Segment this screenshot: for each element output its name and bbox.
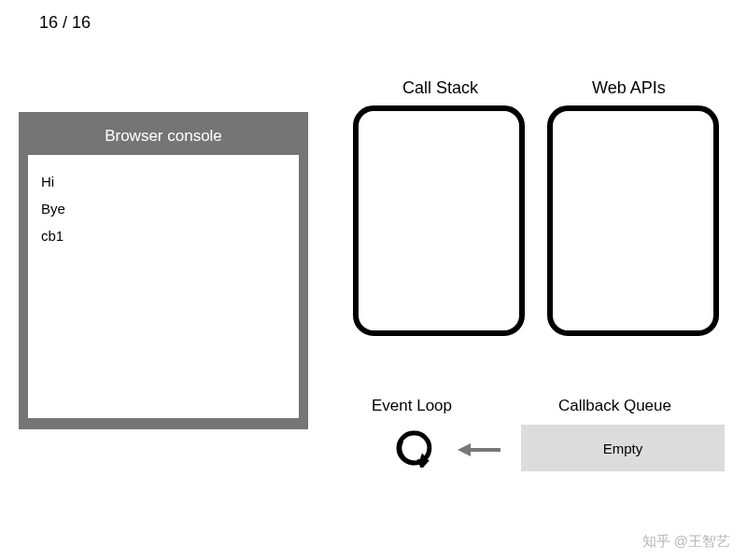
frame-total: 16 [72, 13, 91, 32]
console-line: Hi [41, 168, 286, 195]
callback-queue-label: Callback Queue [558, 397, 671, 415]
frame-counter: 16 / 16 [39, 13, 91, 33]
browser-console-title: Browser console [28, 121, 299, 155]
call-stack-label: Call Stack [402, 78, 478, 98]
web-apis-box [547, 105, 719, 336]
event-loop-label: Event Loop [372, 397, 452, 415]
console-line: cb1 [41, 222, 286, 249]
arrow-left-icon [458, 441, 502, 459]
web-apis-label: Web APIs [592, 78, 666, 98]
browser-console-body: Hi Bye cb1 [28, 155, 299, 418]
browser-console-panel: Browser console Hi Bye cb1 [19, 112, 308, 429]
console-line: Bye [41, 195, 286, 222]
callback-queue-status: Empty [603, 441, 643, 456]
frame-separator: / [58, 13, 72, 32]
watermark: 知乎 @王智艺 [642, 533, 730, 551]
callback-queue-box: Empty [521, 425, 725, 471]
frame-current: 16 [39, 13, 58, 32]
call-stack-box [353, 105, 525, 336]
svg-marker-3 [458, 443, 471, 456]
loop-icon [394, 428, 433, 468]
